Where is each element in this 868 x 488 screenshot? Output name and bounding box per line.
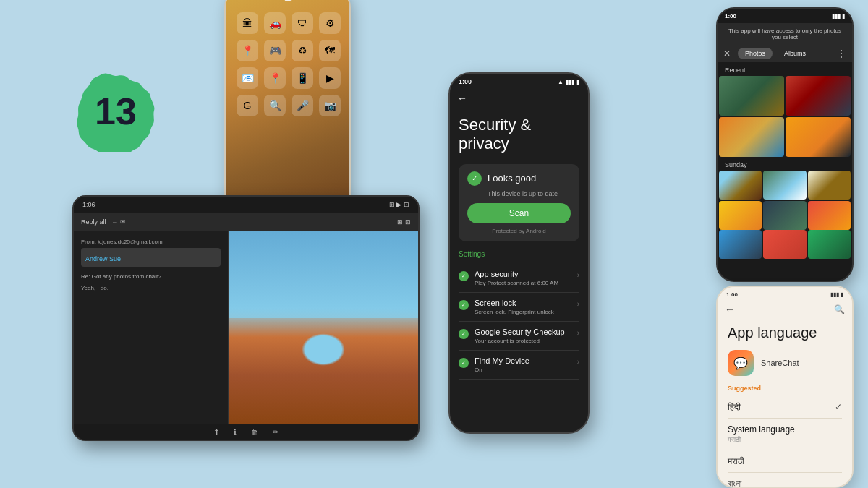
app-security-item[interactable]: ✓ App security Play Protect scanned at 6… bbox=[459, 264, 579, 293]
info-icon: ℹ bbox=[234, 428, 237, 436]
lang-back-button[interactable]: ← bbox=[725, 304, 735, 315]
tablet-status-bar: 1:06 ⊞ ▶ ⊡ bbox=[74, 197, 418, 213]
battery-icon: ▮ bbox=[576, 79, 579, 85]
photo-thumb[interactable] bbox=[786, 76, 851, 116]
item-content: Find My Device On bbox=[475, 356, 571, 373]
item-content: App security Play Protect scanned at 6:0… bbox=[475, 270, 571, 286]
security-phone: 1:00 ▲ ▮▮▮ ▮ ← Security & privacy ✓ Look… bbox=[448, 72, 590, 434]
chevron-icon: › bbox=[577, 300, 579, 308]
email-from: From: k.jones.dc25@gmail.com bbox=[81, 239, 221, 245]
language-item-marathi[interactable]: मराठी bbox=[728, 450, 842, 473]
image-panel bbox=[229, 231, 418, 424]
tablet-content: From: k.jones.dc25@gmail.com Andrew Sue … bbox=[74, 231, 418, 424]
item-sub: Your account is protected bbox=[475, 338, 571, 344]
app-icon: ▶ bbox=[319, 67, 341, 89]
app-icon: 📍 bbox=[264, 67, 286, 89]
item-sub: Play Protect scanned at 6:00 AM bbox=[475, 280, 571, 286]
settings-section-title: Settings bbox=[459, 250, 579, 258]
item-title: Google Security Checkup bbox=[475, 328, 571, 336]
item-status-icon: ✓ bbox=[459, 300, 469, 310]
sunday-label: Sunday bbox=[718, 157, 852, 171]
photo-thumb[interactable] bbox=[808, 230, 851, 259]
security-nav: ← bbox=[450, 90, 588, 107]
photo-thumb[interactable] bbox=[719, 117, 784, 157]
app-icon: ♻ bbox=[292, 40, 313, 61]
arch-photo bbox=[229, 231, 418, 424]
find-my-device-item[interactable]: ✓ Find My Device On › bbox=[459, 351, 579, 380]
item-content: Google Security Checkup Your account is … bbox=[475, 328, 571, 344]
tablet-bottom-nav: ⬆ ℹ 🗑 ✏ bbox=[74, 424, 418, 440]
status-icons: ▲ ▮▮▮ ▮ bbox=[558, 79, 579, 85]
app-icon: G bbox=[237, 95, 258, 116]
item-sub: Screen lock, Fingerprint unlock bbox=[475, 309, 571, 315]
arch-hole bbox=[302, 333, 345, 366]
marathi-lang: मराठी bbox=[728, 456, 744, 466]
app-icon: 🔍 bbox=[264, 95, 286, 116]
bangla-lang: বাংলা bbox=[728, 479, 741, 488]
picker-status-icons: ▮▮▮ ▮ bbox=[832, 13, 845, 20]
photo-thumb[interactable] bbox=[763, 201, 806, 230]
more-options-icon[interactable]: ⋮ bbox=[836, 48, 846, 59]
photo-thumb[interactable] bbox=[763, 171, 806, 200]
item-title: App security bbox=[475, 270, 571, 278]
google-checkup-item[interactable]: ✓ Google Security Checkup Your account i… bbox=[459, 322, 579, 351]
item-status-icon: ✓ bbox=[459, 358, 469, 368]
email-subject-tab: ← ✉ bbox=[112, 218, 392, 226]
app-name: ShareChat bbox=[761, 359, 799, 367]
sharechat-icon: 💬 bbox=[728, 350, 754, 376]
screen-lock-item[interactable]: ✓ Screen lock Screen lock, Fingerprint u… bbox=[459, 293, 579, 322]
app-icon: 🗺 bbox=[319, 40, 341, 61]
sunday-photo-grid bbox=[718, 171, 852, 230]
app-icon: 📱 bbox=[292, 67, 313, 89]
recent-label: Recent bbox=[718, 62, 852, 76]
looks-good-row: ✓ Looks good bbox=[467, 171, 571, 186]
language-phone: 1:00 ▮▮▮ ▮ ← 🔍 App language 💬 ShareChat … bbox=[716, 286, 854, 488]
signal-icon: ▮▮▮ bbox=[566, 79, 574, 85]
suggested-label: Suggested bbox=[728, 385, 842, 392]
tablet-icons: ⊞ ▶ ⊡ bbox=[389, 201, 409, 208]
app-language-title: App language bbox=[728, 325, 842, 341]
app-icon: 📍 bbox=[237, 40, 258, 61]
language-item-hindi[interactable]: हिंदी ✓ bbox=[728, 396, 842, 419]
app-icon: 🎤 bbox=[292, 95, 313, 116]
reply-all-btn[interactable]: Reply all bbox=[81, 218, 106, 226]
app-icon: 📧 bbox=[237, 67, 258, 89]
pixel-notch bbox=[284, 0, 292, 1]
lang-nav: ← 🔍 bbox=[718, 301, 852, 317]
photo-thumb[interactable] bbox=[719, 171, 762, 200]
lang-content: App language 💬 ShareChat Suggested हिंदी… bbox=[718, 317, 852, 488]
back-button[interactable]: ← bbox=[457, 93, 467, 104]
svg-text:13: 13 bbox=[95, 90, 137, 132]
green-shield-icon: ✓ bbox=[467, 171, 482, 186]
picker-banner: This app will have access to only the ph… bbox=[718, 23, 852, 45]
security-content: Security & privacy ✓ Looks good This dev… bbox=[450, 107, 588, 432]
photo-thumb[interactable] bbox=[786, 117, 851, 157]
photo-thumb[interactable] bbox=[719, 230, 762, 259]
toolbar-icons: ⊞ ⊡ bbox=[397, 218, 411, 226]
security-time: 1:00 bbox=[459, 78, 472, 85]
item-sub: On bbox=[475, 367, 571, 373]
photos-tab[interactable]: Photos bbox=[738, 48, 773, 59]
language-item-system[interactable]: System language मराठी bbox=[728, 419, 842, 450]
lang-search-icon[interactable]: 🔍 bbox=[834, 304, 845, 314]
picker-close-icon[interactable]: ✕ bbox=[723, 48, 731, 59]
email-body: Re: Got any photos from chair? bbox=[81, 273, 221, 281]
app-row: 💬 ShareChat bbox=[728, 350, 842, 376]
photo-thumb[interactable] bbox=[808, 201, 851, 230]
language-item-bangla[interactable]: বাংলা bbox=[728, 473, 842, 488]
item-status-icon: ✓ bbox=[459, 329, 469, 339]
lang-status-bar: 1:00 ▮▮▮ ▮ bbox=[718, 287, 852, 301]
photo-thumb[interactable] bbox=[719, 76, 784, 116]
app-icon: 🚗 bbox=[264, 12, 286, 34]
recent-photo-grid bbox=[718, 76, 852, 157]
albums-tab[interactable]: Albums bbox=[777, 48, 813, 59]
photo-thumb[interactable] bbox=[763, 230, 806, 259]
chevron-icon: › bbox=[577, 358, 579, 366]
scan-button[interactable]: Scan bbox=[467, 203, 571, 223]
looks-good-card: ✓ Looks good This device is up to date S… bbox=[459, 164, 579, 241]
photo-thumb[interactable] bbox=[808, 171, 851, 200]
check-icon: ✓ bbox=[835, 402, 842, 412]
hindi-lang: हिंदी bbox=[728, 402, 741, 412]
lang-status-icons: ▮▮▮ ▮ bbox=[830, 291, 843, 298]
photo-thumb[interactable] bbox=[719, 201, 762, 230]
